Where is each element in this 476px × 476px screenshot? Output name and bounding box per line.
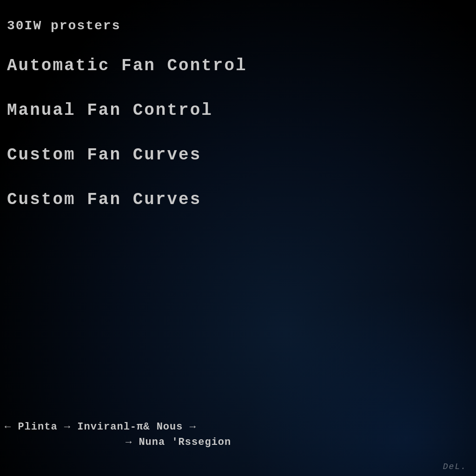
header-title: 30IW prosters — [5, 19, 467, 33]
footer: ← Plinta → Inviranl-π& Nous → → Nuna 'Rs… — [5, 421, 471, 448]
menu-item-manual-fan-control[interactable]: Manual Fan Control — [7, 101, 467, 120]
menu-item-automatic-fan-control[interactable]: Automatic Fan Control — [7, 56, 467, 75]
menu-item-custom-fan-curves-2[interactable]: Custom Fan Curves — [7, 190, 467, 209]
footer-line1: ← Plinta → Inviranl-π& Nous → — [5, 421, 471, 433]
footer-line2: → Nuna 'Rssegion — [5, 436, 471, 448]
brand-logo: DeL. — [443, 462, 467, 471]
menu-item-custom-fan-curves-1[interactable]: Custom Fan Curves — [7, 145, 467, 165]
menu-list: Automatic Fan Control Manual Fan Control… — [5, 56, 467, 209]
screen: 30IW prosters Automatic Fan Control Manu… — [0, 0, 476, 476]
